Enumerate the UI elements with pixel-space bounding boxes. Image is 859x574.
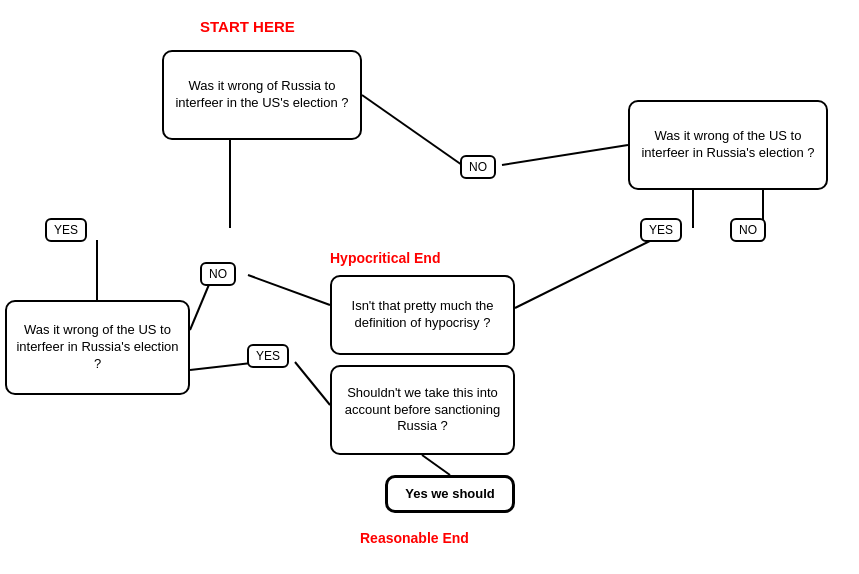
node-yes-we-should: Yes we should [385, 475, 515, 513]
svg-line-11 [422, 455, 450, 475]
node-q5-text: Shouldn't we take this into account befo… [340, 385, 505, 436]
node-q5: Shouldn't we take this into account befo… [330, 365, 515, 455]
node-q4-text: Isn't that pretty much the definition of… [340, 298, 505, 332]
label-no3: NO [730, 218, 766, 242]
node-yes-we-should-text: Yes we should [405, 486, 495, 503]
label-no2: NO [200, 262, 236, 286]
label-yes2: YES [247, 344, 289, 368]
node-q3-text: Was it wrong of the US to interfeer in R… [15, 322, 180, 373]
flowchart: START HERE Was it wrong of Russia to int… [0, 0, 859, 574]
hypocritical-end-label: Hypocritical End [330, 250, 440, 266]
node-q1: Was it wrong of Russia to interfeer in t… [162, 50, 362, 140]
node-q2-text: Was it wrong of the US to interfeer in R… [638, 128, 818, 162]
svg-line-8 [248, 275, 330, 305]
node-q3: Was it wrong of the US to interfeer in R… [5, 300, 190, 395]
svg-line-1 [502, 145, 628, 165]
svg-line-5 [515, 231, 670, 308]
start-label: START HERE [200, 18, 295, 35]
label-no1: NO [460, 155, 496, 179]
svg-line-0 [362, 95, 462, 165]
label-yes1: YES [45, 218, 87, 242]
label-yes3: YES [640, 218, 682, 242]
node-q4: Isn't that pretty much the definition of… [330, 275, 515, 355]
svg-line-10 [295, 362, 330, 405]
reasonable-end-label: Reasonable End [360, 530, 469, 546]
node-q2: Was it wrong of the US to interfeer in R… [628, 100, 828, 190]
node-q1-text: Was it wrong of Russia to interfeer in t… [172, 78, 352, 112]
